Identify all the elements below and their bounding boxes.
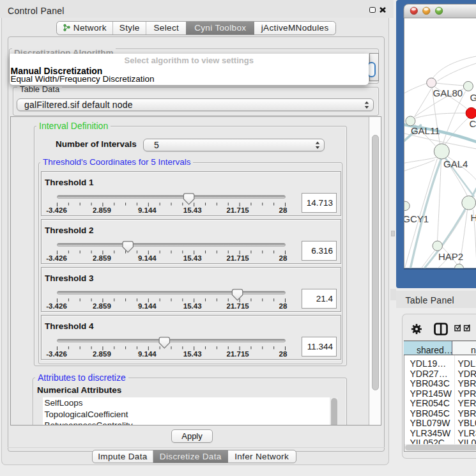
svg-text:9.144: 9.144 <box>138 206 157 214</box>
svg-text:-3.426: -3.426 <box>46 206 67 214</box>
svg-text:21.715: 21.715 <box>227 206 250 214</box>
svg-text:2.859: 2.859 <box>93 302 111 310</box>
svg-text:28: 28 <box>279 206 288 214</box>
svg-text:-3.426: -3.426 <box>46 254 67 262</box>
svg-text:GCY1: GCY1 <box>403 213 429 224</box>
svg-text:21.715: 21.715 <box>227 302 250 310</box>
svg-text:GAL4: GAL4 <box>443 158 468 169</box>
svg-text:15.43: 15.43 <box>183 350 202 358</box>
svg-text:2.859: 2.859 <box>93 206 111 214</box>
svg-text:15.43: 15.43 <box>183 302 202 310</box>
svg-text:GAL80: GAL80 <box>433 88 463 98</box>
svg-text:C: C <box>469 118 476 129</box>
svg-text:15.43: 15.43 <box>183 254 202 262</box>
svg-text:9.144: 9.144 <box>138 350 157 358</box>
svg-text:28: 28 <box>279 350 288 358</box>
svg-text:H: H <box>470 212 476 223</box>
svg-text:2.859: 2.859 <box>93 254 111 262</box>
svg-text:HAP2: HAP2 <box>438 251 463 262</box>
svg-text:15.43: 15.43 <box>183 206 202 214</box>
svg-text:28: 28 <box>279 302 288 310</box>
svg-text:-3.426: -3.426 <box>46 302 67 310</box>
svg-text:-3.426: -3.426 <box>46 350 67 358</box>
svg-text:9.144: 9.144 <box>138 302 157 310</box>
svg-text:G.: G. <box>470 92 476 103</box>
svg-text:21.715: 21.715 <box>227 254 250 262</box>
svg-text:9.144: 9.144 <box>138 254 157 262</box>
svg-text:21.715: 21.715 <box>227 350 250 358</box>
svg-text:GAL11: GAL11 <box>410 125 440 136</box>
svg-text:28: 28 <box>279 254 288 262</box>
svg-text:2.859: 2.859 <box>93 350 111 358</box>
